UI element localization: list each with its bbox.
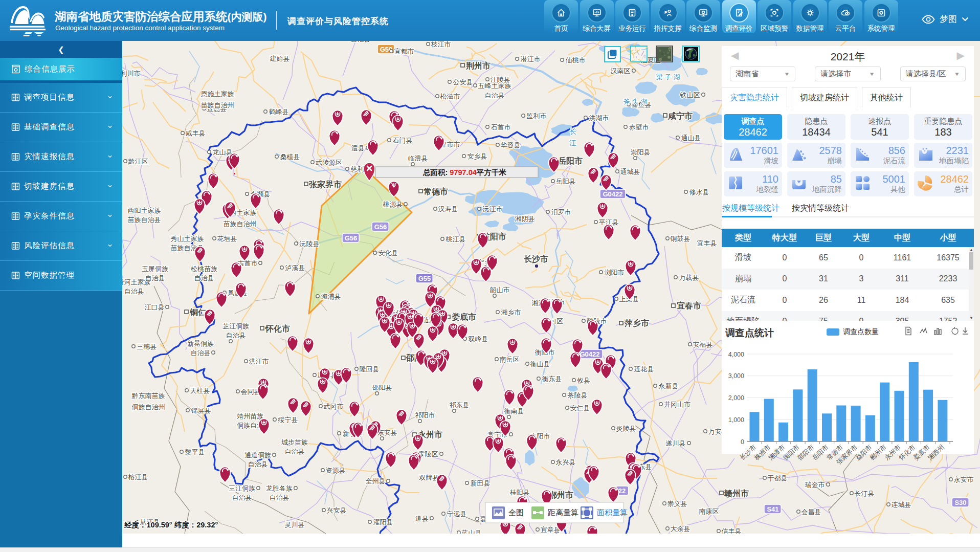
svg-text:永兴县: 永兴县 (556, 458, 576, 466)
svg-text:祁东县: 祁东县 (450, 401, 470, 409)
svg-text:信丰县: 信丰县 (721, 527, 742, 534)
svg-text:瑞金市: 瑞金市 (805, 481, 825, 489)
svg-text:蓝山县: 蓝山县 (462, 529, 482, 534)
svg-text:华容县: 华容县 (501, 141, 521, 149)
svg-text:靖州苗族: 靖州苗族 (237, 412, 263, 420)
svg-text:祁阳市: 祁阳市 (415, 411, 435, 419)
svg-text:娄底市: 娄底市 (452, 312, 476, 321)
svg-text:铜仁: 铜仁 (189, 308, 206, 317)
svg-text:面积量算: 面积量算 (597, 508, 628, 517)
svg-text:咸宁市: 咸宁市 (667, 111, 693, 120)
svg-text:P: P (664, 10, 667, 15)
svg-text:自治县: 自治县 (248, 460, 268, 468)
svg-text:松桃苗族: 松桃苗族 (190, 265, 217, 273)
svg-text:G55: G55 (418, 275, 431, 282)
svg-text:全图: 全图 (508, 508, 524, 517)
svg-text:自治县: 自治县 (124, 288, 144, 295)
svg-text:道县: 道县 (415, 515, 429, 522)
svg-text:总面积: 9797.04平方千米: 总面积: 9797.04平方千米 (422, 168, 506, 176)
svg-text:衡南县: 衡南县 (504, 407, 524, 415)
svg-text:永安市: 永安市 (954, 476, 974, 483)
svg-text:苗族自治州: 苗族自治州 (224, 220, 257, 228)
svg-text:2,000: 2,000 (728, 394, 744, 402)
svg-text:新晃侗族: 新晃侗族 (187, 340, 214, 347)
svg-text:宜丰县: 宜丰县 (697, 239, 717, 247)
svg-text:遂川县: 遂川县 (666, 439, 686, 447)
svg-text:新田县: 新田县 (471, 479, 491, 487)
svg-text:龙胜各族: 龙胜各族 (266, 484, 293, 492)
svg-text:城步苗族: 城步苗族 (281, 438, 308, 446)
svg-text:花垣县: 花垣县 (217, 235, 237, 242)
svg-text:芷江侗族: 芷江侗族 (222, 322, 249, 330)
svg-text:通山县: 通山县 (681, 134, 701, 142)
svg-text:安乡县: 安乡县 (467, 152, 487, 160)
svg-text:秀山土家族: 秀山土家族 (171, 235, 204, 242)
svg-text:汨罗市: 汨罗市 (551, 208, 571, 216)
svg-text:自治县: 自治县 (351, 41, 371, 43)
svg-text:桃江县: 桃江县 (446, 235, 466, 243)
svg-text:自治县: 自治县 (226, 332, 246, 339)
svg-text:经度：109.59° 纬度：29.32°: 经度：109.59° 纬度：29.32° (124, 521, 218, 529)
svg-text:安仁县: 安仁县 (570, 404, 590, 412)
svg-text:自治县: 自治县 (194, 274, 214, 282)
svg-text:建始县: 建始县 (270, 55, 290, 62)
svg-text:双牌县: 双牌县 (419, 474, 439, 481)
svg-text:苗族自治州: 苗族自治州 (201, 101, 234, 109)
svg-text:宁远县: 宁远县 (447, 510, 467, 518)
svg-text:岳阳市: 岳阳市 (558, 156, 583, 165)
svg-text:黎平县: 黎平县 (185, 448, 205, 456)
svg-text:石首市: 石首市 (491, 123, 511, 131)
svg-text:双峰县: 双峰县 (468, 335, 488, 343)
svg-text:沅陵县: 沅陵县 (299, 240, 320, 248)
svg-text:利川市: 利川市 (122, 70, 141, 77)
svg-text:汉南区: 汉南区 (611, 67, 631, 75)
svg-text:榕江县: 榕江县 (128, 473, 148, 481)
svg-text:溆浦县: 溆浦县 (321, 293, 341, 300)
svg-text:桂阳县: 桂阳县 (510, 489, 530, 496)
svg-text:灵川县: 灵川县 (285, 521, 305, 528)
svg-text:三穗县: 三穗县 (137, 343, 157, 350)
svg-text:3,000: 3,000 (728, 372, 744, 380)
svg-text:黔江区: 黔江区 (128, 158, 148, 165)
svg-text:22: 22 (618, 487, 626, 495)
svg-text:长沙市: 长沙市 (524, 254, 548, 263)
svg-text:监利市: 监利市 (527, 112, 547, 120)
svg-text:松滋市: 松滋市 (440, 93, 460, 100)
svg-text:G0422: G0422 (603, 190, 622, 198)
svg-text:恩施土家族: 恩施土家族 (201, 90, 234, 98)
svg-text:全州县: 全州县 (366, 477, 386, 485)
svg-text:湘西州: 湘西州 (927, 444, 946, 461)
svg-text:洪江市: 洪江市 (249, 358, 269, 365)
svg-text:张家界市: 张家界市 (308, 180, 342, 189)
svg-text:安化县: 安化县 (378, 249, 398, 257)
svg-text:兴安县: 兴安县 (327, 506, 347, 514)
svg-text:石门县: 石门县 (393, 137, 413, 144)
svg-text:湘阴县: 湘阴县 (515, 215, 535, 223)
svg-text:G56: G56 (345, 234, 358, 242)
svg-text:江: 江 (569, 139, 576, 147)
svg-text:灌阳县: 灌阳县 (373, 518, 393, 526)
svg-text:绥宁县: 绥宁县 (278, 416, 298, 424)
svg-text:荆州市: 荆州市 (465, 61, 491, 70)
svg-text:赣州市: 赣州市 (724, 489, 749, 498)
svg-text:南康区: 南康区 (699, 507, 719, 515)
svg-text:4,000: 4,000 (728, 351, 744, 358)
svg-text:G56: G56 (374, 223, 387, 231)
svg-text:玉屏侗族: 玉屏侗族 (142, 265, 168, 273)
svg-text:汉寿县: 汉寿县 (438, 205, 458, 213)
svg-text:衡山县: 衡山县 (530, 360, 550, 368)
svg-text:崇义县: 崇义县 (667, 500, 687, 507)
svg-text:崇阳县: 崇阳县 (631, 148, 651, 156)
svg-text:桑植县: 桑植县 (280, 153, 300, 161)
svg-text:桃源县: 桃源县 (383, 201, 403, 208)
svg-text:自治县: 自治县 (270, 494, 289, 501)
svg-text:株洲市: 株洲市 (752, 444, 772, 462)
svg-text:自治县: 自治县 (285, 448, 305, 455)
svg-text:怀化市: 怀化市 (897, 444, 917, 462)
svg-text:澧县: 澧县 (351, 144, 365, 152)
svg-text:长: 长 (569, 127, 576, 136)
svg-text:于都县: 于都县 (768, 474, 788, 482)
svg-text:江陵县: 江陵县 (491, 76, 510, 83)
svg-text:S41: S41 (767, 505, 778, 513)
svg-text:公安县: 公安县 (453, 78, 473, 86)
